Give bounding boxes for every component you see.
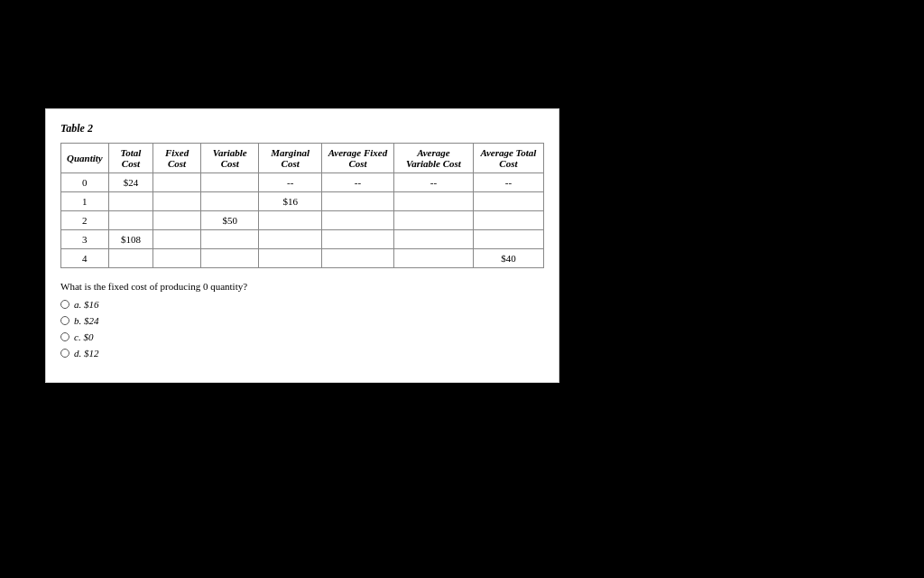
option-item[interactable]: d. $12 xyxy=(60,348,544,359)
option-label: d. $12 xyxy=(74,348,99,359)
option-label: c. $0 xyxy=(74,331,93,342)
table-title: Table 2 xyxy=(60,122,544,135)
col-avg-total: Average Total Cost xyxy=(473,144,543,173)
option-item[interactable]: c. $0 xyxy=(60,331,544,342)
col-variable-cost: Variable Cost xyxy=(201,144,259,173)
col-fixed-cost: Fixed Cost xyxy=(153,144,201,173)
col-avg-variable: Average Variable Cost xyxy=(394,144,474,173)
col-quantity: Quantity xyxy=(61,144,109,173)
card: Table 2 Quantity Total Cost Fixed Cost V… xyxy=(45,108,559,383)
col-avg-fixed: Average Fixed Cost xyxy=(321,144,393,173)
table-row: 4$40 xyxy=(61,249,544,268)
data-table: Quantity Total Cost Fixed Cost Variable … xyxy=(60,143,544,268)
table-row: 1$16 xyxy=(61,192,544,211)
radio-button[interactable] xyxy=(60,332,69,341)
col-total-cost: Total Cost xyxy=(108,144,152,173)
options-list: a. $16b. $24c. $0d. $12 xyxy=(60,299,544,359)
radio-button[interactable] xyxy=(60,316,69,325)
option-label: b. $24 xyxy=(74,315,99,326)
table-row: 3$108 xyxy=(61,230,544,249)
table-row: 0$24-------- xyxy=(61,173,544,192)
option-item[interactable]: a. $16 xyxy=(60,299,544,310)
question-text: What is the fixed cost of producing 0 qu… xyxy=(60,281,544,292)
col-marginal-cost: Marginal Cost xyxy=(259,144,321,173)
radio-button[interactable] xyxy=(60,300,69,309)
radio-button[interactable] xyxy=(60,349,69,358)
option-label: a. $16 xyxy=(74,299,99,310)
option-item[interactable]: b. $24 xyxy=(60,315,544,326)
table-row: 2$50 xyxy=(61,211,544,230)
